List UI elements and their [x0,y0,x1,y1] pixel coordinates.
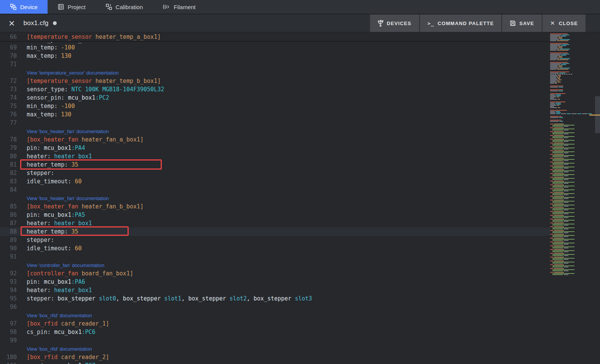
code-line[interactable]: 74sensor_pin: mcu_box1:PC2 [0,94,550,102]
code-line[interactable]: 77 [0,119,550,127]
tab-project[interactable]: Project [48,0,96,14]
minimap-line [550,196,595,197]
code-line[interactable]: 83idle_timeout: 60 [0,177,550,186]
minimap-line [550,94,595,95]
minimap-line [550,125,595,126]
codelens-row[interactable]: View 'controller_fan' documentation [0,261,550,269]
codelens-link[interactable]: View 'box_heater_fan' documentation [27,129,109,134]
line-number: 70 [0,52,17,59]
minimap-line [550,179,595,180]
minimap-line [550,210,595,210]
code-line[interactable]: 75min_temp: -100 [0,102,550,110]
code-line[interactable]: 99 [0,336,550,345]
line-number: 87 [0,220,17,227]
minimap-line [550,274,595,275]
codelens-link[interactable]: View 'box_heater_fan' documentation [27,196,109,201]
minimap-line [550,170,595,171]
code-text: min_temp: -100 [27,103,75,110]
codelens-link[interactable]: View 'temperature_sensor' documentation [27,70,119,76]
close-tab-icon[interactable]: ✕ [8,19,15,27]
command-palette-button[interactable]: >_COMMAND PALETTE [420,14,502,32]
minimap-line [550,197,595,198]
minimap-line [550,91,595,91]
code-line[interactable]: 79pin: mcu_box1:PA4 [0,144,550,152]
code-line[interactable]: 93pin: mcu_box1:PA6 [0,278,550,286]
minimap-line [550,158,595,159]
codelens-row[interactable]: View 'box_heater_fan' documentation [0,194,550,202]
code-line[interactable]: 82stepper: [0,169,550,177]
code-line[interactable]: 100[box_rfid card_reader_2] [0,353,550,361]
code-editor[interactable]: 66[temperature_sensor heater_temp_a_box1… [0,32,600,364]
code-line[interactable]: 73sensor_type: NTC 100K MGB18-104F39050L… [0,85,550,94]
minimap-line [550,55,595,56]
line-number: 100 [0,354,17,361]
minimap-line [550,124,595,124]
minimap-line [550,68,595,68]
codelens-link[interactable]: View 'box_rfid' documentation [27,313,92,318]
tab-device[interactable]: Device [0,0,48,14]
line-number: 77 [0,119,17,126]
code-line[interactable]: 97[box_rfid card_reader_1] [0,319,550,328]
code-line[interactable]: 71 [0,60,550,68]
code-line[interactable]: 78[box_heater_fan heater_fan_a_box1] [0,135,550,144]
codelens-link[interactable]: View 'box_rfid' documentation [27,346,92,352]
minimap-line [550,217,595,218]
codelens-row[interactable]: View 'box_rfid' documentation [0,311,550,319]
code-text: cs_pin: mcu_box1:PC7 [27,362,96,364]
code-line[interactable]: 84 [0,186,550,194]
code-line[interactable]: 69min_temp: -100 [0,43,550,52]
code-line[interactable]: 76max_temp: 130 [0,110,550,119]
tab-calibration[interactable]: Calibration [96,0,153,14]
line-number: 88 [0,228,17,235]
tab-filament[interactable]: Filament [153,0,206,14]
code-line[interactable]: 92[controller_fan board_fan_box1] [0,269,550,278]
button-label: COMMAND PALETTE [437,21,494,26]
minimap-line [550,75,595,76]
minimap-line [550,267,595,267]
line-number: 79 [0,145,17,151]
code-line[interactable]: 101cs_pin: mcu_box1:PC7 [0,361,550,364]
code-line[interactable]: 70max_temp: 130 [0,52,550,60]
code-line[interactable]: 89stepper: [0,236,550,244]
button-label: DEVICES [387,21,412,26]
line-number: 69 [0,44,17,51]
minimap-line [550,81,595,81]
button-label: CLOSE [559,21,578,26]
minimap[interactable] [550,33,595,276]
code-line[interactable]: 96 [0,303,550,311]
code-line[interactable]: 94heater: heater_box1 [0,286,550,294]
devices-button[interactable]: DEVICES [370,14,419,32]
code-line[interactable]: 86pin: mcu_box1:PA5 [0,211,550,219]
code-line[interactable]: 72[temperature_sensor heater_temp_b_box1… [0,77,550,85]
code-line[interactable]: 85[box_heater_fan heater_fan_b_box1] [0,202,550,211]
close-button[interactable]: ✕CLOSE [543,14,586,32]
minimap-line [550,40,595,41]
minimap-line [550,83,595,84]
minimap-line [550,163,595,164]
minimap-line [550,268,595,269]
sticky-scroll-line[interactable]: 66[temperature_sensor heater_temp_a_box1… [0,32,550,42]
code-area[interactable]: 69min_temp: -10070max_temp: 13071View 't… [0,43,550,364]
minimap-line [550,156,595,157]
code-line[interactable]: 90idle_timeout: 60 [0,244,550,253]
minimap-line [550,99,595,100]
minimap-line [550,186,595,186]
minimap-line [550,48,595,48]
code-line[interactable]: 95stepper: box_stepper slot0, box_steppe… [0,294,550,303]
tab-label: Filament [174,4,196,10]
heater-temp-highlight-box [20,159,162,170]
codelens-row[interactable]: View 'temperature_sensor' documentation [0,68,550,77]
codelens-link[interactable]: View 'controller_fan' documentation [27,262,104,268]
codelens-row[interactable]: View 'box_rfid' documentation [0,345,550,353]
minimap-line [550,149,595,149]
minimap-line [550,269,595,270]
save-button[interactable]: SAVE [502,14,542,32]
line-number: 91 [0,253,17,260]
codelens-row[interactable]: View 'box_heater_fan' documentation [0,127,550,135]
scrollbar[interactable] [595,32,600,364]
code-line[interactable]: 98cs_pin: mcu_box1:PC6 [0,328,550,336]
minimap-line [550,131,595,132]
minimap-line [550,76,595,77]
minimap-line [550,145,595,146]
code-line[interactable]: 91 [0,253,550,261]
